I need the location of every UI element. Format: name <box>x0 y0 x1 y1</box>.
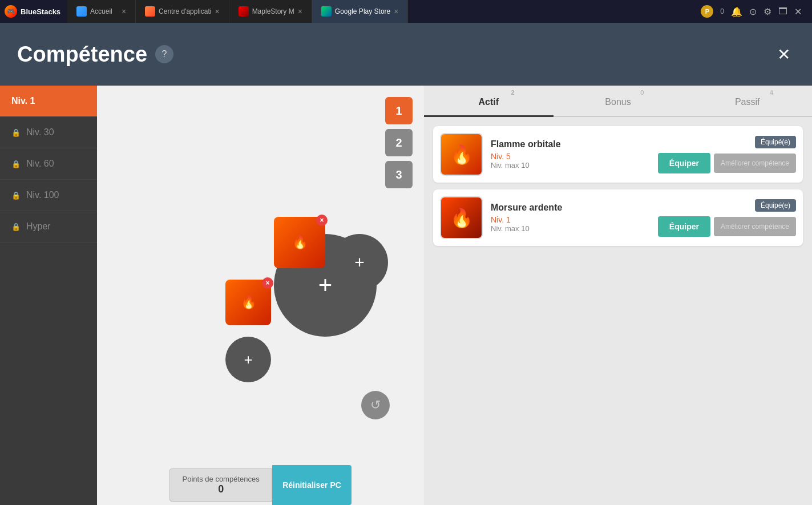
window-title-area: Compétence ? <box>17 42 173 67</box>
skill-morsure-maxlevel: Niv. max 10 <box>491 224 650 233</box>
circle-skill-left[interactable]: 🔥 × <box>225 280 271 325</box>
flamme-upgrade-button[interactable]: Améliorer compétence <box>714 153 796 173</box>
close-window-icon[interactable]: ✕ <box>794 6 802 17</box>
skill-flamme-level: Niv. 5 <box>491 152 650 161</box>
tab-bar: Accueil × Centre d'applicati × MapleStor… <box>67 0 695 23</box>
tab-bonus-count: 0 <box>640 89 644 96</box>
skill-flamme-maxlevel: Niv. max 10 <box>491 161 650 169</box>
skill-card-flamme: 🔥 Flamme orbitale Niv. 5 Niv. max 10 Équ… <box>433 126 803 183</box>
circle-small-bottom-left[interactable]: + <box>225 337 271 382</box>
tab-centre-label: Centre d'applicati <box>159 7 211 15</box>
lock-icon-hyper: 🔒 <box>11 223 21 231</box>
tab-bonus[interactable]: Bonus 0 <box>554 86 683 116</box>
skill-card-flamme-icon: 🔥 <box>440 133 483 176</box>
window-header: Compétence ? ✕ <box>0 23 812 86</box>
tab-accueil-icon <box>76 6 87 17</box>
circle-skill-top[interactable]: 🔥 × <box>274 217 325 268</box>
tab-play-close[interactable]: × <box>394 7 398 16</box>
sidebar-niv1-label: Niv. 1 <box>11 96 35 106</box>
sidebar: Niv. 1 🔒 Niv. 30 🔒 Niv. 60 🔒 Niv. 100 🔒 … <box>0 86 97 505</box>
title-bar: 🎮 BlueStacks Accueil × Centre d'applicat… <box>0 0 812 23</box>
skill-card-morsure-info: Morsure ardente Niv. 1 Niv. max 10 <box>491 203 650 233</box>
tab-actif-count: 2 <box>511 89 515 96</box>
skill-card-morsure: 🔥 Morsure ardente Niv. 1 Niv. max 10 Équ… <box>433 189 803 246</box>
skill-thumb-left: 🔥 × <box>225 280 271 325</box>
sidebar-item-hyper[interactable]: 🔒 Hyper <box>0 211 97 243</box>
app-logo: 🎮 BlueStacks <box>5 5 60 18</box>
content-area: Niv. 1 🔒 Niv. 30 🔒 Niv. 60 🔒 Niv. 100 🔒 … <box>0 86 812 505</box>
dialog-close-button[interactable]: ✕ <box>772 43 795 66</box>
skill-flamme-name: Flamme orbitale <box>491 139 650 150</box>
lock-icon-niv100: 🔒 <box>11 191 21 200</box>
sidebar-niv60-label: Niv. 60 <box>26 159 54 169</box>
remove-skill-top[interactable]: × <box>316 215 328 226</box>
sidebar-hyper-label: Hyper <box>26 221 51 232</box>
tab-bonus-label: Bonus <box>605 97 631 107</box>
points-box: Points de compétences 0 <box>169 468 272 502</box>
skill-morsure-actions: Équipé(e) Équiper Améliorer compétence <box>658 199 796 237</box>
flamme-equipped-badge: Équipé(e) <box>755 136 796 148</box>
help-button[interactable]: ? <box>155 45 173 63</box>
flamme-btn-row: Équiper Améliorer compétence <box>658 153 796 173</box>
skill-morsure-name: Morsure ardente <box>491 203 650 213</box>
premium-count: 0 <box>720 7 724 15</box>
remove-skill-left[interactable]: × <box>262 277 273 289</box>
display-icon[interactable]: ⊙ <box>749 6 757 17</box>
notification-icon[interactable]: 🔔 <box>731 6 742 17</box>
tab-maple-label: MapleStory M <box>252 7 294 15</box>
tab-passif[interactable]: Passif 4 <box>682 86 812 116</box>
sidebar-item-niv100[interactable]: 🔒 Niv. 100 <box>0 180 97 211</box>
main-window: Compétence ? ✕ Niv. 1 🔒 Niv. 30 🔒 Niv. 6… <box>0 23 812 505</box>
sidebar-item-niv1[interactable]: Niv. 1 <box>0 86 97 117</box>
skill-flamme-actions: Équipé(e) Équiper Améliorer compétence <box>658 136 796 173</box>
tab-maple-close[interactable]: × <box>298 7 302 16</box>
right-panel: Actif 2 Bonus 0 Passif 4 🔥 Flam <box>424 86 812 505</box>
skill-list: 🔥 Flamme orbitale Niv. 5 Niv. max 10 Équ… <box>424 117 812 505</box>
tab-centre[interactable]: Centre d'applicati × <box>136 0 229 23</box>
page-title: Compétence <box>17 42 147 67</box>
bottom-bar: Points de compétences 0 Réinitialiser PC <box>97 465 424 505</box>
skill-thumb-top: 🔥 × <box>274 217 325 268</box>
lock-icon-niv30: 🔒 <box>11 128 21 137</box>
refresh-button[interactable]: ↺ <box>361 391 390 419</box>
reset-button[interactable]: Réinitialiser PC <box>272 465 352 505</box>
settings-icon[interactable]: ⚙ <box>763 6 771 17</box>
tab-actif[interactable]: Actif 2 <box>424 86 554 116</box>
app-name: BlueStacks <box>21 7 60 16</box>
skill-morsure-level: Niv. 1 <box>491 215 650 224</box>
circle-medium-right[interactable]: + <box>331 234 388 291</box>
points-label: Points de compétences <box>183 475 260 483</box>
maximize-icon[interactable]: 🗖 <box>778 6 787 17</box>
sidebar-item-niv30[interactable]: 🔒 Niv. 30 <box>0 117 97 148</box>
morsure-equip-button[interactable]: Équiper <box>658 216 710 237</box>
tab-passif-label: Passif <box>735 97 760 107</box>
tab-centre-icon <box>145 6 155 17</box>
tab-accueil-label: Accueil <box>90 7 112 15</box>
morsure-btn-row: Équiper Améliorer compétence <box>658 216 796 237</box>
sidebar-niv30-label: Niv. 30 <box>26 127 54 138</box>
morsure-upgrade-button[interactable]: Améliorer compétence <box>714 217 796 236</box>
skill-card-flamme-info: Flamme orbitale Niv. 5 Niv. max 10 <box>491 139 650 169</box>
middle-panel: 1 2 3 + + + 🔥 × <box>97 86 424 505</box>
tab-play[interactable]: Google Play Store × <box>312 0 409 23</box>
sidebar-item-niv60[interactable]: 🔒 Niv. 60 <box>0 148 97 180</box>
tab-centre-close[interactable]: × <box>215 7 219 16</box>
logo-icon: 🎮 <box>5 5 17 18</box>
tab-accueil[interactable]: Accueil × <box>67 0 136 23</box>
sidebar-niv100-label: Niv. 100 <box>26 190 59 200</box>
tab-accueil-close[interactable]: × <box>122 7 126 16</box>
premium-icon[interactable]: P <box>701 5 713 18</box>
tab-play-icon <box>321 6 332 17</box>
tab-maple[interactable]: MapleStory M × <box>229 0 312 23</box>
tab-play-label: Google Play Store <box>335 7 390 15</box>
skill-tabs: Actif 2 Bonus 0 Passif 4 <box>424 86 812 117</box>
tab-maple-icon <box>239 6 249 17</box>
morsure-equipped-badge: Équipé(e) <box>755 199 796 212</box>
points-value: 0 <box>218 483 224 495</box>
tab-actif-label: Actif <box>479 97 499 107</box>
flamme-equip-button[interactable]: Équiper <box>658 153 710 173</box>
lock-icon-niv60: 🔒 <box>11 160 21 168</box>
title-bar-controls: P 0 🔔 ⊙ ⚙ 🗖 ✕ <box>695 5 807 18</box>
skill-card-morsure-icon: 🔥 <box>440 196 483 239</box>
circles-area: + + + 🔥 × 🔥 × <box>97 86 424 465</box>
